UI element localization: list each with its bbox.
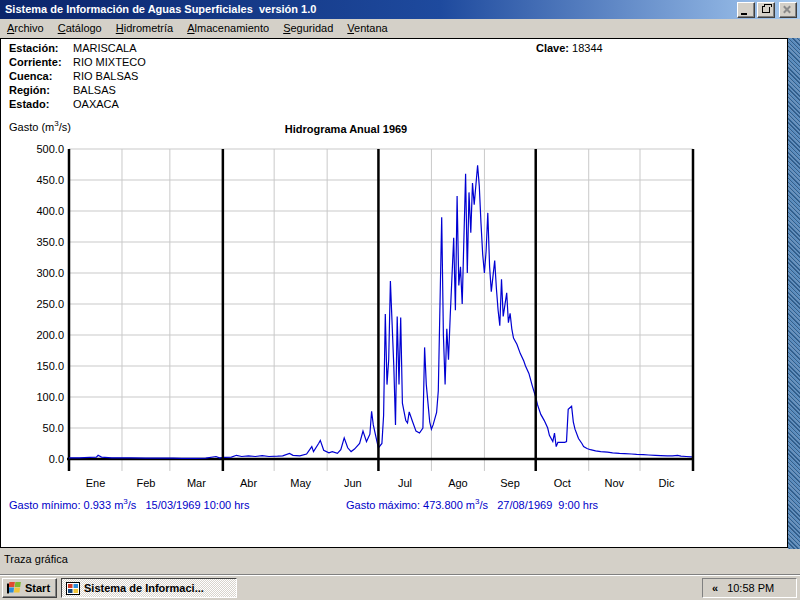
start-label: Start [25,582,50,594]
month-label: Ago [448,477,468,489]
y-tick-label: 50.0 [43,422,64,434]
menu-item-almacenamiento[interactable]: Almacenamiento [180,20,276,37]
month-label: Jul [398,477,412,489]
station-field-label: Estación: [9,41,73,55]
gasto-minimo-note: Gasto mínimo: 0.933 m3/s 15/03/1969 10:0… [9,499,249,511]
y-axis-label: Gasto (m3/s) [9,121,71,133]
station-field-value: MARISCALA [73,41,146,55]
restore-button[interactable] [757,2,775,18]
y-tick-label: 200.0 [36,329,64,341]
y-tick-label: 0.0 [49,453,64,465]
system-tray: « 10:58 PM [702,578,797,598]
y-tick-label: 450.0 [36,174,64,186]
graph-window: Estación:MARISCALACorriente:RIO MIXTECOC… [0,38,788,548]
month-label: Oct [554,477,571,489]
y-tick-label: 250.0 [36,298,64,310]
hydrograph-line [69,165,693,458]
clock[interactable]: 10:58 PM [727,582,774,594]
station-key-label: Clave: [536,42,569,54]
station-field-value: RIO MIXTECO [73,55,146,69]
y-tick-label: 100.0 [36,391,64,403]
window-controls [735,2,797,18]
y-tick-label: 150.0 [36,360,64,372]
status-text: Traza gráfica [4,553,68,565]
station-field-label: Corriente: [9,55,73,69]
month-label: May [290,477,311,489]
task-button-label: Sistema de Informaci... [84,582,204,594]
hydrograph-svg: 0.050.0100.0150.0200.0250.0300.0350.0400… [1,141,787,493]
menu-item-ventana[interactable]: Ventana [340,20,394,37]
desktop: Sistema de Información de Aguas Superfic… [0,0,800,600]
station-field-value: RIO BALSAS [73,69,146,83]
minimize-icon [741,13,747,15]
y-tick-label: 400.0 [36,205,64,217]
station-field-label: Región: [9,83,73,97]
station-key: Clave: 18344 [536,41,603,55]
start-button[interactable]: Start [2,578,57,598]
task-button-sistema[interactable]: Sistema de Informaci... [61,578,237,598]
menu-item-catalogo[interactable]: Catálogo [51,20,109,37]
app-icon [66,582,80,595]
chart-title: Hidrograma Anual 1969 [231,123,461,135]
y-tick-label: 300.0 [36,267,64,279]
station-field-label: Estado: [9,97,73,111]
y-tick-label: 500.0 [36,143,64,155]
station-field-value: BALSAS [73,83,146,97]
gasto-maximo-note: Gasto máximo: 473.800 m3/s 27/08/1969 9:… [346,499,598,511]
title-bar: Sistema de Información de Aguas Superfic… [0,0,800,19]
month-label: Jun [344,477,362,489]
station-info: Estación:MARISCALACorriente:RIO MIXTECOC… [9,41,146,111]
month-label: Nov [605,477,625,489]
month-label: Sep [500,477,520,489]
menu-bar: ArchivoCatálogoHidrometríaAlmacenamiento… [0,19,800,38]
menu-item-hidrometria[interactable]: Hidrometría [109,20,180,37]
month-label: Ene [86,477,106,489]
restore-icon [762,6,770,13]
windows-flag-icon [6,581,22,595]
month-label: Mar [187,477,206,489]
month-label: Abr [240,477,257,489]
station-key-value: 18344 [572,42,603,54]
taskbar: Start Sistema de Informaci... « 10:58 PM [0,574,800,600]
month-label: Dic [659,477,675,489]
menu-item-seguridad[interactable]: Seguridad [276,20,340,37]
window-title: Sistema de Información de Aguas Superfic… [5,0,316,19]
minimize-button[interactable] [737,2,755,18]
mdi-background [788,38,800,549]
month-label: Feb [136,477,155,489]
menu-item-archivo[interactable]: Archivo [0,20,51,37]
y-tick-label: 350.0 [36,236,64,248]
close-button[interactable] [779,2,797,18]
station-field-label: Cuenca: [9,69,73,83]
status-bar: Traza gráfica [0,549,800,574]
tray-chevron-icon[interactable]: « [712,582,718,594]
station-field-value: OAXACA [73,97,146,111]
